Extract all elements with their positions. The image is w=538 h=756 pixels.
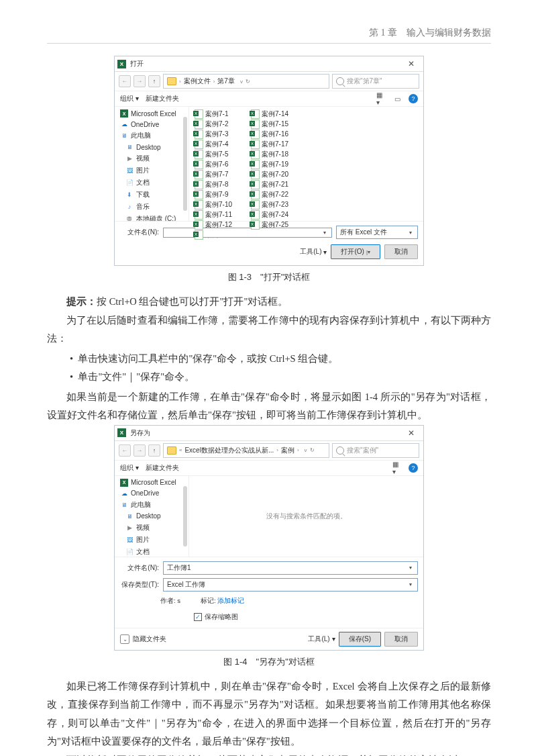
search-box[interactable]: 搜索"案例" [332, 443, 419, 458]
file-item[interactable]: 案例7-17 [250, 140, 290, 149]
sidebar-item[interactable]: 🖼图片 [115, 534, 189, 546]
file-item[interactable]: 案例7-2 [193, 120, 233, 129]
sidebar-item[interactable]: ▶视频 [115, 152, 189, 164]
file-item[interactable]: 案例7-8 [193, 180, 233, 189]
excel-file-icon [251, 210, 260, 220]
file-item[interactable]: 案例7-18 [250, 150, 290, 159]
file-item[interactable]: 案例7-9 [193, 190, 233, 199]
tools-button[interactable]: 工具(L) ▾ [308, 634, 335, 644]
file-item[interactable]: 案例7-24 [250, 210, 290, 220]
search-icon [336, 77, 344, 85]
path-seg[interactable]: 第7章 [217, 77, 235, 86]
sidebar-item[interactable]: XMicrosoft Excel [115, 108, 189, 119]
help-icon[interactable]: ? [409, 94, 418, 103]
filename-input[interactable]: ▾ [163, 228, 332, 238]
sidebar-item[interactable]: 🖥Desktop [115, 511, 189, 522]
search-box[interactable]: 搜索"第7章" [332, 74, 419, 89]
up-icon[interactable]: ↑ [148, 75, 160, 87]
file-item[interactable]: 案例7-10 [193, 200, 233, 209]
excel-file-icon [195, 150, 203, 159]
sidebar-item[interactable]: 🖼图片 [115, 164, 189, 177]
author-value[interactable]: s [177, 597, 180, 604]
path-seg[interactable]: 案例文件 [184, 77, 211, 86]
sidebar-item[interactable]: 🖥Desktop [115, 142, 189, 152]
cancel-button[interactable]: 取消 [384, 244, 418, 259]
save-button[interactable]: 保存(S) [339, 632, 381, 647]
file-list: 案例7-1案例7-2案例7-3案例7-4案例7-5案例7-6案例7-7案例7-8… [189, 107, 423, 221]
path-seg[interactable]: 案例 [281, 446, 294, 455]
file-item[interactable]: 案例7-14 [250, 109, 290, 119]
help-icon[interactable]: ? [409, 463, 418, 473]
file-item[interactable]: 案例7-7 [193, 170, 233, 179]
filename-input[interactable]: 工作簿1▾ [163, 561, 418, 575]
tags-value[interactable]: 添加标记 [217, 597, 244, 604]
path-box[interactable]: « Excel数据处理办公实战从新... › 案例 › v ↻ [163, 443, 329, 458]
address-bar: ← → ↑ › 案例文件 › 第7章 v ↻ 搜索"第7章" [115, 72, 423, 91]
new-folder-button[interactable]: 新建文件夹 [146, 94, 179, 103]
sidebar-item[interactable]: 🖥此电脑 [115, 499, 189, 511]
excel-file-icon [251, 150, 260, 159]
expand-icon[interactable]: ⌃ [120, 634, 129, 644]
file-item[interactable]: 案例7-4 [193, 140, 233, 149]
dialog-title: 打开 [130, 59, 144, 68]
close-icon[interactable]: ✕ [402, 426, 421, 440]
excel-file-icon [195, 130, 203, 139]
organize-button[interactable]: 组织 ▾ [120, 94, 139, 103]
file-item[interactable]: 案例7-20 [250, 170, 290, 179]
back-icon[interactable]: ← [119, 444, 131, 457]
sidebar-item[interactable]: ☁OneDrive [115, 119, 189, 130]
file-item[interactable]: 案例7-19 [250, 160, 290, 169]
excel-icon: X [117, 428, 126, 437]
dialog-title: 另存为 [130, 428, 150, 438]
sidebar-item[interactable]: ☁OneDrive [115, 488, 189, 499]
tools-button[interactable]: 工具(L) ▾ [300, 247, 327, 256]
file-item[interactable]: 案例7-6 [193, 160, 233, 169]
file-item[interactable]: 案例7-3 [193, 130, 233, 139]
excel-file-icon [195, 170, 203, 179]
sidebar-item[interactable]: ▶视频 [115, 522, 189, 534]
excel-file-icon [251, 109, 260, 119]
sidebar-item[interactable]: XMicrosoft Excel [115, 477, 189, 488]
file-item[interactable]: 案例7-11 [193, 210, 233, 220]
sidebar-item[interactable]: 📄文档 [115, 177, 189, 189]
list-item: 单击"文件"｜"保存"命令。 [78, 368, 491, 387]
file-item[interactable]: 案例7-16 [250, 130, 290, 139]
new-folder-button[interactable]: 新建文件夹 [146, 463, 179, 473]
sidebar-item[interactable]: ⬇下载 [115, 189, 189, 201]
file-item[interactable]: 案例7-22 [250, 190, 290, 199]
hide-folders-button[interactable]: 隐藏文件夹 [133, 634, 166, 644]
organize-button[interactable]: 组织 ▾ [120, 463, 139, 473]
sidebar-item[interactable]: 🖥此电脑 [115, 130, 189, 142]
sidebar-item[interactable]: ♪音乐 [115, 201, 189, 213]
forward-icon[interactable]: → [133, 444, 146, 457]
view-icon[interactable]: ▦ ▾ [376, 94, 386, 103]
thumb-check[interactable]: ✓ 保存缩略图 [194, 613, 238, 622]
open-button[interactable]: 打开(O)|▾ [331, 244, 380, 259]
file-item[interactable]: 案例7-23 [250, 200, 290, 209]
type-combo[interactable]: Excel 工作簿▾ [163, 578, 418, 592]
close-icon[interactable]: ✕ [402, 57, 421, 70]
up-icon[interactable]: ↑ [148, 444, 160, 457]
file-item[interactable]: 案例7-15 [250, 120, 290, 129]
excel-file-icon [251, 200, 260, 209]
body-para: 可以将暂时不使用的工作簿关闭，从而节省它们占用的内存资源。关闭工作簿的方法有以 [47, 751, 491, 756]
file-item[interactable]: 案例7-21 [250, 180, 290, 189]
excel-file-icon [195, 200, 203, 209]
cancel-button[interactable]: 取消 [384, 632, 418, 647]
tip-para: 提示：按 Ctrl+O 组合键也可以打开"打开"对话框。 [47, 293, 491, 312]
view-icon[interactable]: ▦ ▾ [392, 463, 402, 473]
preview-icon[interactable]: ▭ [392, 94, 402, 103]
sidebar-item[interactable]: 📄文档 [115, 546, 189, 557]
path-seg[interactable]: Excel数据处理办公实战从新... [184, 446, 274, 455]
back-icon[interactable]: ← [119, 75, 131, 87]
path-box[interactable]: › 案例文件 › 第7章 v ↻ [163, 74, 329, 89]
file-item[interactable]: 案例7-5 [193, 150, 233, 159]
excel-icon: X [117, 60, 126, 68]
forward-icon[interactable]: → [133, 75, 146, 87]
excel-file-icon [195, 180, 203, 189]
filter-combo[interactable]: 所有 Excel 文件▾ [336, 226, 418, 239]
checkbox-icon: ✓ [194, 613, 202, 621]
file-item[interactable]: 案例7-1 [193, 109, 233, 119]
sidebar-item[interactable]: ⛃本地磁盘 (C:) [115, 213, 189, 221]
body-para: 如果已将工作簿保存到计算机中，则在单击"保存"命令时，Excel 会将自上次保存… [47, 677, 491, 751]
